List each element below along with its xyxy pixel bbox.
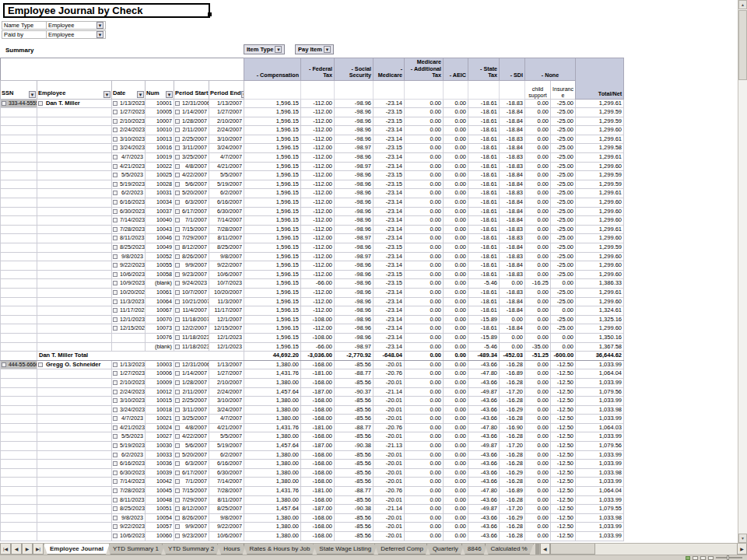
- value-cell[interactable]: 0.00: [444, 387, 468, 397]
- value-cell[interactable]: -18.83: [500, 288, 525, 297]
- value-cell[interactable]: -25.00: [551, 270, 576, 279]
- ssn-cell[interactable]: [1, 333, 37, 342]
- value-cell[interactable]: 0.00: [405, 423, 444, 432]
- date-cell[interactable]: 8/11/2023: [112, 495, 146, 505]
- value-cell[interactable]: 0.00: [551, 279, 576, 289]
- value-cell[interactable]: -25.00: [551, 288, 576, 297]
- period-start-cell[interactable]: 1/14/2007: [174, 108, 209, 117]
- ssn-cell[interactable]: [1, 352, 37, 361]
- value-cell[interactable]: -98.96: [335, 243, 374, 253]
- value-cell[interactable]: -18.61: [468, 180, 500, 189]
- expand-collapse-icon[interactable]: [175, 380, 180, 385]
- value-cell[interactable]: 1,596.15: [244, 261, 301, 271]
- value-cell[interactable]: 1,299.61: [576, 99, 624, 108]
- value-cell[interactable]: 1,380.00: [244, 397, 301, 406]
- value-cell[interactable]: 0.00: [405, 442, 444, 451]
- value-cell[interactable]: -16.28: [500, 460, 525, 469]
- value-cell[interactable]: -648.04: [374, 352, 405, 361]
- period-end-cell[interactable]: 2/24/2007: [209, 126, 244, 135]
- value-cell[interactable]: 1,596.15: [244, 153, 301, 163]
- value-cell[interactable]: 0.00: [405, 495, 444, 505]
- value-cell[interactable]: 0.00: [444, 415, 468, 424]
- value-cell[interactable]: 1,457.64: [244, 442, 301, 451]
- value-cell[interactable]: 0.00: [525, 460, 551, 469]
- value-cell[interactable]: -18.84: [500, 306, 525, 316]
- employee-cell[interactable]: [37, 234, 112, 243]
- employee-cell[interactable]: [37, 468, 112, 478]
- value-cell[interactable]: 0.00: [444, 297, 468, 306]
- value-cell[interactable]: -112.00: [301, 180, 335, 189]
- value-cell[interactable]: 0.00: [444, 460, 468, 469]
- period-start-cell[interactable]: 5/20/2007: [174, 450, 209, 460]
- dropdown-arrow-icon[interactable]: ▼: [324, 46, 331, 53]
- value-cell[interactable]: 0.00: [525, 153, 551, 163]
- expand-collapse-icon[interactable]: [175, 200, 180, 205]
- value-cell[interactable]: 0.00: [525, 270, 551, 279]
- value-cell[interactable]: -85.56: [335, 397, 374, 406]
- value-cell[interactable]: 0.00: [525, 450, 551, 460]
- value-cell[interactable]: 1,380.00: [244, 378, 301, 387]
- period-start-cell[interactable]: 1/28/2007: [174, 117, 209, 126]
- value-cell[interactable]: 0.00: [444, 468, 468, 478]
- value-cell[interactable]: -12.50: [551, 468, 576, 478]
- value-cell[interactable]: 0.00: [405, 225, 444, 234]
- expand-collapse-icon[interactable]: [175, 461, 180, 466]
- employee-cell[interactable]: [37, 460, 112, 469]
- employee-cell[interactable]: [37, 162, 112, 171]
- value-cell[interactable]: 0.00: [444, 352, 468, 361]
- value-cell[interactable]: 1,299.61: [576, 153, 624, 163]
- date-cell[interactable]: 4/7/2023: [112, 415, 146, 424]
- ssn-cell[interactable]: [1, 442, 37, 451]
- expand-collapse-icon[interactable]: [113, 398, 117, 403]
- value-cell[interactable]: -16.28: [500, 495, 525, 505]
- value-cell[interactable]: 1,079.56: [576, 387, 624, 397]
- value-cell[interactable]: -18.61: [468, 135, 500, 144]
- value-cell[interactable]: -21.14: [374, 387, 405, 397]
- expand-collapse-icon[interactable]: [113, 516, 117, 520]
- value-cell[interactable]: 0.00: [525, 225, 551, 234]
- value-cell[interactable]: 1,299.60: [576, 207, 624, 216]
- check-num-cell[interactable]: 10013: [146, 135, 174, 144]
- value-cell[interactable]: 0.00: [444, 171, 468, 180]
- value-cell[interactable]: -489.34: [468, 352, 500, 361]
- tab-scroll-prev-icon[interactable]: ◀: [11, 544, 22, 555]
- expand-collapse-icon[interactable]: [113, 110, 117, 114]
- value-cell[interactable]: -43.66: [468, 378, 500, 387]
- sheet-tab-hours[interactable]: Hours: [217, 544, 246, 555]
- value-cell[interactable]: -18.61: [468, 144, 500, 153]
- date-cell[interactable]: 3/10/2023: [112, 397, 146, 406]
- check-num-cell[interactable]: 10076: [146, 333, 174, 342]
- value-cell[interactable]: -98.97: [335, 342, 374, 352]
- period-end-cell[interactable]: 6/30/2007: [209, 468, 244, 478]
- value-cell[interactable]: 0.00: [444, 270, 468, 279]
- expand-collapse-icon[interactable]: [175, 479, 180, 484]
- date-cell[interactable]: 7/28/2023: [112, 225, 146, 234]
- date-cell[interactable]: 2/24/2023: [112, 387, 146, 397]
- value-cell[interactable]: 0.00: [525, 216, 551, 226]
- value-cell[interactable]: -43.66: [468, 432, 500, 442]
- value-cell[interactable]: -25.00: [551, 297, 576, 306]
- value-cell[interactable]: 1,596.15: [244, 135, 301, 144]
- value-cell[interactable]: 0.00: [444, 333, 468, 342]
- value-cell[interactable]: -16.25: [525, 279, 551, 289]
- expand-collapse-icon[interactable]: [113, 534, 117, 538]
- value-cell[interactable]: 0.00: [444, 234, 468, 243]
- date-cell[interactable]: 9/22/2023: [112, 261, 146, 271]
- value-cell[interactable]: -25.00: [551, 243, 576, 253]
- value-cell[interactable]: -108.00: [301, 333, 335, 342]
- date-cell[interactable]: 7/14/2023: [112, 216, 146, 226]
- date-cell[interactable]: 6/30/2023: [112, 468, 146, 478]
- date-cell[interactable]: 6/2/2023: [112, 450, 146, 460]
- value-cell[interactable]: 0.00: [405, 189, 444, 198]
- filter-dropdown-icon[interactable]: ▼: [29, 91, 36, 98]
- view-page-layout-icon[interactable]: [700, 556, 706, 560]
- value-cell[interactable]: 0.00: [525, 387, 551, 397]
- value-cell[interactable]: 0.00: [405, 513, 444, 523]
- date-cell[interactable]: 8/11/2023: [112, 234, 146, 243]
- col-header-medicare-additional-tax[interactable]: Medicare - Additional Tax: [405, 58, 444, 81]
- value-cell[interactable]: -18.84: [500, 261, 525, 271]
- value-cell[interactable]: -35.00: [525, 342, 551, 352]
- value-cell[interactable]: -98.97: [335, 234, 374, 243]
- value-cell[interactable]: -23.15: [374, 117, 405, 126]
- value-cell[interactable]: -18.84: [500, 207, 525, 216]
